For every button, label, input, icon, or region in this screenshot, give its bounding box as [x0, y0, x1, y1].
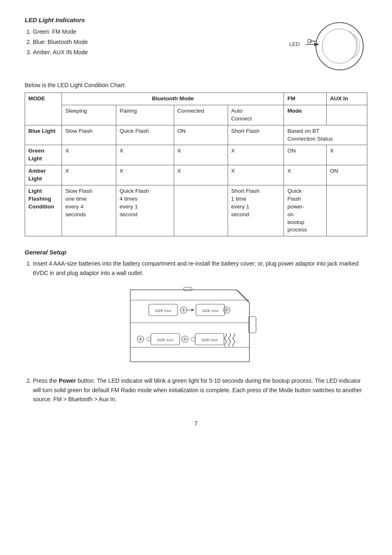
svg-text:SIZE AAA: SIZE AAA — [157, 338, 173, 342]
green-pairing: X — [116, 145, 174, 165]
led-item-1: Green: FM Mode — [33, 27, 269, 37]
green-auto: X — [228, 145, 284, 165]
setup-list: Insert 4 AAA-size batteries into the bat… — [33, 259, 367, 278]
svg-text:LED: LED — [289, 41, 300, 47]
blue-pairing: Quick Flash — [116, 125, 174, 145]
green-aux: X — [327, 145, 367, 165]
blue-sleeping: Slow Flash — [62, 125, 116, 145]
svg-point-34 — [191, 337, 195, 341]
fm-header: FM — [284, 93, 327, 105]
led-title: LED Light Indicators — [25, 16, 269, 23]
bt-header: Bluetooth Mode — [62, 93, 284, 105]
flash-aux — [327, 185, 367, 236]
flashing-label: LightFlashingCondition — [25, 185, 62, 236]
amber-auto: X — [228, 165, 284, 185]
green-fm: ON — [284, 145, 327, 165]
green-light-label: Green Light — [25, 145, 62, 165]
fm-mode-label: Mode — [284, 105, 327, 125]
setup-item-1: Insert 4 AAA-size batteries into the bat… — [33, 259, 367, 278]
green-sleeping: X — [62, 145, 116, 165]
bt-pairing: Pairing — [116, 105, 174, 125]
led-text: LED Light Indicators Green: FM Mode Blue… — [25, 16, 269, 58]
led-item-3: Amber: AUX IN Mode — [33, 47, 269, 58]
led-section: LED Light Indicators Green: FM Mode Blue… — [25, 16, 367, 75]
led-diagram: LED — [277, 16, 367, 75]
svg-text:SIZE AAA: SIZE AAA — [201, 338, 218, 342]
table-row-flashing: LightFlashingCondition Slow Flashone tim… — [25, 185, 367, 236]
bt-auto: AutoConnect — [228, 105, 284, 125]
battery-diagram: SIZE AAA SIZE AAA — [25, 286, 367, 368]
aux-header: AUX In — [327, 93, 367, 105]
table-row-green: Green Light X X X X ON X — [25, 145, 367, 165]
setup-item-1-text: Insert 4 AAA-size batteries into the bat… — [33, 260, 358, 276]
battery-svg: SIZE AAA SIZE AAA — [126, 286, 266, 368]
page-number: 7 — [25, 420, 367, 427]
setup-title: General Setup — [25, 249, 367, 256]
blue-light-label: Blue Light — [25, 125, 62, 145]
table-row-amber: Amber Light X X X X X ON — [25, 165, 367, 185]
aux-empty — [327, 105, 367, 125]
setup-item-2: Press the Power button. The LED indicato… — [33, 376, 367, 404]
led-list: Green: FM Mode Blue: Bluetooth Mode Ambe… — [33, 27, 269, 58]
svg-line-10 — [236, 290, 249, 303]
flash-auto: Short Flash1 timeevery 1second — [228, 185, 284, 236]
svg-rect-6 — [130, 290, 249, 362]
svg-text:SIZE AAA: SIZE AAA — [202, 309, 219, 313]
amber-pairing: X — [116, 165, 174, 185]
setup-item-2-text: Press the Power button. The LED indicato… — [33, 377, 362, 402]
led-table: MODE Bluetooth Mode FM AUX In Sleeping P… — [25, 92, 367, 236]
flash-sleeping: Slow Flashone timeevery 4seconds — [62, 185, 116, 236]
setup-list-2: Press the Power button. The LED indicato… — [33, 376, 367, 404]
col-mode-header: MODE — [25, 93, 62, 125]
led-device-svg: LED — [277, 16, 367, 74]
setup-section: General Setup Insert 4 AAA-size batterie… — [25, 249, 367, 404]
svg-rect-2 — [316, 23, 363, 70]
green-connected: X — [174, 145, 228, 165]
table-header-row-2: Sleeping Pairing Connected AutoConnect M… — [25, 105, 367, 125]
svg-rect-37 — [184, 287, 192, 291]
amber-sleeping: X — [62, 165, 116, 185]
below-text: Below is the LED Light Condition Chart: — [25, 82, 367, 88]
svg-point-28 — [147, 337, 151, 341]
amber-light-label: Amber Light — [25, 165, 62, 185]
amber-connected: X — [174, 165, 228, 185]
bt-connected: Connected — [174, 105, 228, 125]
blue-auto: Short Flash — [228, 125, 284, 145]
led-item-2: Blue: Bluetooth Mode — [33, 37, 269, 47]
blue-connected: ON — [174, 125, 228, 145]
svg-point-3 — [322, 29, 357, 63]
amber-fm: X — [284, 165, 327, 185]
flash-pairing: Quick Flash4 timesevery 1second — [116, 185, 174, 236]
table-header-row-1: MODE Bluetooth Mode FM AUX In — [25, 93, 367, 105]
flash-fm: QuickFlashpower-onbootupprocess — [284, 185, 327, 236]
flash-connected — [174, 185, 228, 236]
table-row-blue: Blue Light Slow Flash Quick Flash ON Sho… — [25, 125, 367, 145]
svg-text:SIZE AAA: SIZE AAA — [155, 309, 171, 313]
blue-fm-aux: Based on BTConnection Status — [284, 125, 367, 145]
bt-sleeping: Sleeping — [62, 105, 116, 125]
amber-aux: ON — [327, 165, 367, 185]
